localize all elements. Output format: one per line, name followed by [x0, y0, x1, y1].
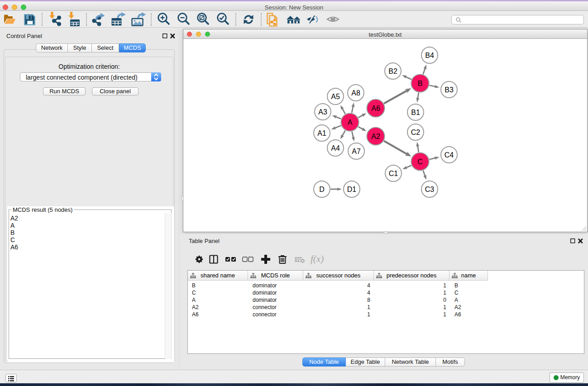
- svg-text:D: D: [319, 186, 325, 193]
- svg-text:A6: A6: [371, 105, 380, 112]
- svg-text:C3: C3: [425, 186, 435, 193]
- svg-text:D1: D1: [347, 186, 357, 193]
- svg-text:A1: A1: [317, 129, 326, 137]
- svg-text:A4: A4: [331, 144, 340, 152]
- svg-text:A2: A2: [371, 133, 380, 140]
- svg-text:C4: C4: [445, 151, 454, 159]
- svg-text:B2: B2: [388, 67, 397, 75]
- svg-text:B4: B4: [425, 52, 434, 59]
- svg-text:B1: B1: [411, 109, 420, 116]
- svg-text:A7: A7: [352, 148, 361, 155]
- svg-text:B: B: [418, 80, 423, 87]
- svg-text:C: C: [417, 158, 423, 166]
- svg-text:A5: A5: [331, 93, 340, 100]
- svg-text:C1: C1: [389, 170, 398, 177]
- svg-text:B3: B3: [445, 86, 454, 94]
- svg-text:A3: A3: [318, 108, 327, 116]
- svg-text:A8: A8: [351, 89, 360, 97]
- svg-text:C2: C2: [411, 129, 421, 136]
- svg-text:A: A: [348, 119, 353, 126]
